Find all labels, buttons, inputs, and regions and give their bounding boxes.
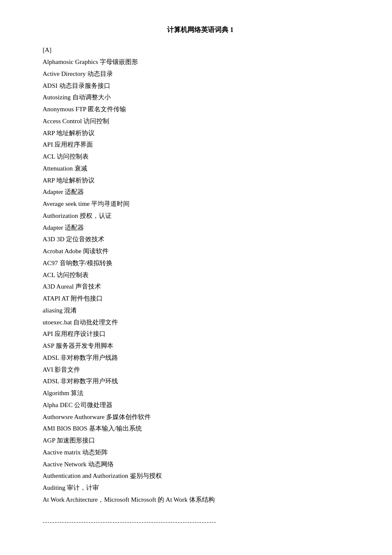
list-item: Authorization 授权，认证 bbox=[43, 210, 358, 222]
page-title: 计算机网络英语词典 1 bbox=[43, 26, 358, 35]
divider-line: ----------------------------------------… bbox=[43, 519, 358, 526]
list-item: A3D Aureal 声音技术 bbox=[43, 281, 358, 293]
list-item: Aactive matrix 动态矩阵 bbox=[43, 447, 358, 459]
list-item: Authorwsre Authorware 多媒体创作软件 bbox=[43, 411, 358, 423]
list-item: Anonymous FTP 匿名文件传输 bbox=[43, 104, 358, 116]
list-item: At Work Architecture，Microsoft Microsoft… bbox=[43, 494, 358, 506]
list-item: ADSL 非对称数字用户环线 bbox=[43, 376, 358, 387]
list-item: AVI 影音文件 bbox=[43, 364, 358, 376]
list-item: A3D 3D 定位音效技术 bbox=[43, 234, 358, 246]
list-item: Active Directory 动态目录 bbox=[43, 68, 358, 80]
list-item: ARP 地址解析协议 bbox=[43, 127, 358, 139]
list-item: Average seek time 平均寻道时间 bbox=[43, 198, 358, 210]
list-item: Aactive Network 动态网络 bbox=[43, 459, 358, 471]
list-item: Autosizing 自动调整大小 bbox=[43, 92, 358, 104]
list-item: Attenuation 衰减 bbox=[43, 163, 358, 175]
list-item: Authentication and Authorization 鉴别与授权 bbox=[43, 470, 358, 482]
entry-list: Alphamosic Graphics 字母镶嵌图形Active Directo… bbox=[43, 56, 358, 506]
list-item: utoexec.bat 自动批处理文件 bbox=[43, 317, 358, 329]
list-item: Adapter 适配器 bbox=[43, 222, 358, 234]
list-item: API 应用程序界面 bbox=[43, 139, 358, 151]
list-item: Auditing 审计，计审 bbox=[43, 482, 358, 494]
list-item: Alpha DEC 公司微处理器 bbox=[43, 399, 358, 411]
list-item: Adapter 适配器 bbox=[43, 186, 358, 198]
list-item: Alphamosic Graphics 字母镶嵌图形 bbox=[43, 56, 358, 68]
list-item: AC97 音响数字/模拟转换 bbox=[43, 257, 358, 269]
list-item: AMI BIOS BIOS 基本输入/输出系统 bbox=[43, 423, 358, 435]
list-item: AGP 加速图形接口 bbox=[43, 435, 358, 447]
list-item: Access Control 访问控制 bbox=[43, 116, 358, 127]
list-item: Algorithm 算法 bbox=[43, 387, 358, 399]
list-item: ADSI 动态目录服务接口 bbox=[43, 80, 358, 92]
list-item: aliasing 混淆 bbox=[43, 305, 358, 317]
list-item: Acrobat Adobe 阅读软件 bbox=[43, 246, 358, 257]
list-item: API 应用程序设计接口 bbox=[43, 328, 358, 340]
list-item: ACL 访问控制表 bbox=[43, 151, 358, 163]
section-a-header: [A] bbox=[43, 46, 358, 54]
list-item: ASP 服务器开发专用脚本 bbox=[43, 340, 358, 352]
list-item: ADSL 非对称数字用户线路 bbox=[43, 352, 358, 364]
list-item: ARP 地址解析协议 bbox=[43, 175, 358, 187]
list-item: ACL 访问控制表 bbox=[43, 269, 358, 281]
list-item: ATAPI AT 附件包接口 bbox=[43, 293, 358, 305]
